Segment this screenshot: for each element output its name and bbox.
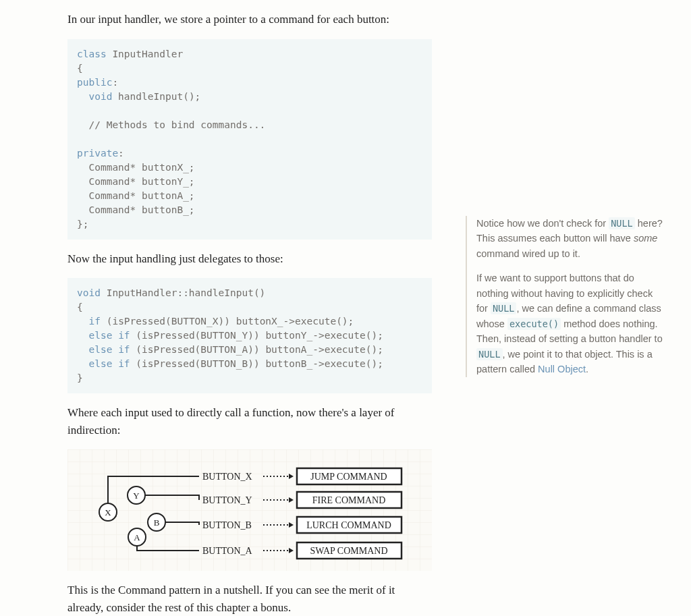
- inline-code-null: NULL: [609, 217, 635, 229]
- command-lurch: LURCH COMMAND: [306, 520, 391, 530]
- button-x-icon: X: [99, 503, 117, 521]
- label-button-b: BUTTON_B: [202, 520, 252, 530]
- svg-text:B: B: [154, 517, 160, 528]
- paragraph-nutshell: This is the Command pattern in a nutshel…: [67, 582, 432, 616]
- button-b-icon: B: [148, 513, 165, 531]
- intro-paragraph: In our input handler, we store a pointer…: [67, 11, 432, 28]
- command-swap: SWAP COMMAND: [310, 546, 387, 556]
- label-button-y: BUTTON_Y: [202, 495, 252, 505]
- label-button-x: BUTTON_X: [202, 472, 252, 482]
- svg-text:X: X: [105, 507, 111, 517]
- code-block-handle-input: void InputHandler::handleInput() { if (i…: [67, 278, 432, 393]
- aside-note-null-object: Notice how we don't check for NULL here?…: [466, 216, 664, 377]
- command-diagram: X Y B A: [67, 449, 432, 571]
- link-null-object[interactable]: Null Object: [538, 364, 586, 374]
- command-fire: FIRE COMMAND: [312, 495, 386, 505]
- code-block-input-handler: class InputHandler { public: void handle…: [67, 39, 432, 240]
- paragraph-indirection: Where each input used to directly call a…: [67, 404, 432, 439]
- inline-code-execute: execute(): [507, 318, 561, 330]
- paragraph-delegates: Now the input handling just delegates to…: [67, 250, 432, 268]
- inline-code-null: NULL: [476, 348, 503, 360]
- svg-text:Y: Y: [133, 491, 140, 501]
- command-jump: JUMP COMMAND: [310, 472, 387, 482]
- button-a-icon: A: [128, 528, 146, 546]
- inline-code-null: NULL: [491, 302, 517, 314]
- label-button-a: BUTTON_A: [202, 546, 253, 556]
- button-y-icon: Y: [128, 486, 145, 504]
- svg-text:A: A: [134, 532, 140, 542]
